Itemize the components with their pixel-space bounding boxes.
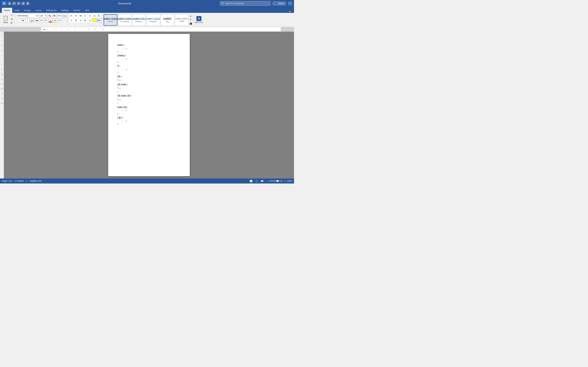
undo-icon[interactable]: ↩▾ — [12, 2, 16, 5]
increase-font-button[interactable]: A▴ — [48, 14, 52, 18]
spelling-check-icon[interactable]: ✓ — [26, 180, 27, 182]
style-normal-preview: AaBbCcDdEe — [103, 18, 118, 20]
format-painter-button[interactable]: 🖌 — [10, 21, 13, 24]
style-heading1[interactable]: AaBbCcDo Heading 1 — [132, 14, 146, 26]
shading-button[interactable] — [92, 18, 96, 22]
tab-insert[interactable]: Insert — [12, 8, 22, 13]
share-button[interactable]: 👤 Share — [273, 2, 286, 5]
style-heading2[interactable]: AaBbCcDdEe Heading 2 — [146, 14, 160, 26]
tab-design[interactable]: Design — [22, 8, 33, 13]
line-9-spaces: ( 9 ) ¶ — [117, 116, 181, 119]
text-highlight-button[interactable]: ab — [53, 18, 57, 23]
style-title[interactable]: AaBbC Title — [161, 14, 174, 26]
clear-formatting-button[interactable]: A✕ — [63, 14, 67, 18]
italic-button[interactable]: I — [26, 18, 30, 23]
bullets-button[interactable]: ≡• — [69, 14, 73, 18]
decrease-indent-button[interactable]: ⇤ — [83, 14, 87, 18]
pilcrow-b3: ¶ — [126, 68, 127, 71]
language-indicator[interactable]: English (US) — [30, 180, 42, 182]
pilcrow-b1: ¶ — [126, 47, 127, 50]
superscript-button[interactable]: X2 — [44, 18, 48, 23]
bold-button[interactable]: B — [21, 18, 25, 23]
borders-button[interactable]: ⊞▾ — [97, 18, 101, 23]
tab-layout[interactable]: Layout — [33, 8, 44, 13]
show-hide-button[interactable]: ¶ — [97, 14, 101, 18]
pilcrow-9h: ¶ — [127, 83, 128, 86]
align-center-button[interactable]: ☰ — [74, 18, 78, 23]
document-content[interactable]: Hello ¶ • → ¶ ¶ (Hello) ¶ — [117, 43, 181, 126]
pilcrow-b2: ¶ — [126, 58, 127, 61]
sort-button[interactable]: ↕A — [92, 14, 96, 18]
pilcrow-h9: ¶ — [127, 106, 128, 109]
copy-button[interactable]: ⧉ — [10, 17, 13, 21]
style-nospacing[interactable]: AaBbCcDdEe No Spacing — [118, 14, 132, 26]
pilcrow-9h9: ¶ — [131, 94, 132, 98]
bullet-5: • → ¶ — [117, 120, 181, 123]
strikethrough-button[interactable]: ab — [35, 18, 39, 23]
styles-group: AaBbCcDdEe Normal AaBbCcDdEe No Spacing … — [103, 14, 194, 26]
line-pilcrow-7: ¶ — [117, 123, 181, 126]
paste-button[interactable]: 📋 Paste — [2, 14, 9, 24]
status-bar-right: ⬜ 🌐 📖 − + 108% — [249, 179, 292, 183]
change-case-button[interactable]: Aa▾ — [57, 14, 62, 18]
share-icon: 👤 — [275, 2, 277, 5]
align-right-button[interactable]: ≡ — [78, 18, 83, 23]
tab-references[interactable]: References — [44, 8, 59, 13]
decrease-font-button[interactable]: A▾ — [52, 14, 57, 18]
justify-button[interactable]: ⊟ — [83, 18, 87, 23]
subscript-button[interactable]: X2 — [39, 18, 43, 23]
font-color-button[interactable]: A — [48, 18, 52, 23]
text-9: 9 — [117, 64, 119, 68]
multilevel-list-button[interactable]: ≡▾ — [78, 14, 83, 18]
read-mode-button[interactable]: 📖 — [260, 179, 264, 183]
underline-button[interactable]: U▾ — [30, 18, 34, 23]
zoom-slider[interactable] — [269, 181, 283, 181]
ribbon-collapse-button[interactable]: ▲ — [288, 9, 292, 13]
text-hello: Hello — [117, 43, 123, 47]
word-count[interactable]: 17 Words — [15, 180, 23, 182]
search-placeholder: Search in Document — [225, 2, 244, 5]
pilcrow-4: ¶ — [117, 91, 119, 94]
styles-scroll-down-button[interactable]: ▼ — [190, 19, 192, 21]
align-left-button[interactable]: ≡ — [69, 18, 73, 23]
zoom-level: 108% — [287, 180, 292, 182]
line-spacing-button[interactable]: ↕≡ — [88, 18, 92, 23]
save-icon[interactable]: 💾 — [8, 2, 11, 5]
zoom-out-button[interactable]: − — [266, 179, 268, 183]
bullet-1: • → ¶ — [117, 47, 181, 50]
increase-indent-button[interactable]: ⇥ — [88, 14, 92, 18]
zoom-in-button[interactable]: + — [284, 179, 286, 183]
tab-mailings[interactable]: Mailings — [59, 8, 71, 13]
web-layout-button[interactable]: 🌐 — [255, 179, 258, 183]
para-row-2: ≡ ☰ ≡ ⊟ ↕≡ ⊞▾ — [69, 18, 101, 23]
line-hello: Hello ¶ — [117, 43, 181, 47]
style-title-label: Title — [166, 21, 169, 23]
document-page[interactable]: Hello ¶ • → ¶ ¶ (Hello) ¶ — [108, 34, 190, 176]
ribbon-toolbar: 📋 Paste ✂ ⧉ 🖌 Calibri (Body) ▾ 20 ▾ A▴ A… — [0, 13, 294, 27]
cut-button[interactable]: ✂ — [10, 14, 13, 17]
styles-scroll-up-button[interactable]: ▲ — [190, 15, 192, 17]
tab-home[interactable]: Home — [2, 8, 12, 13]
styles-more-button[interactable]: ⬛ — [190, 23, 192, 25]
redo-icon[interactable]: ↪ — [17, 2, 20, 5]
account-icon[interactable]: 👤 — [288, 1, 292, 6]
customize-icon[interactable]: ▼ — [26, 2, 29, 5]
numbering-button[interactable]: ≡1 — [74, 14, 78, 18]
page-indicator: Page 1 of 1 — [2, 180, 12, 182]
tab-review[interactable]: Review — [71, 8, 83, 13]
tab-view[interactable]: View — [82, 8, 91, 13]
arrow-5: → — [123, 120, 125, 123]
print-layout-button[interactable]: ⬜ — [249, 179, 253, 183]
print-icon[interactable]: 🖨 — [22, 2, 25, 5]
font-size-selector[interactable]: 20 ▾ — [39, 14, 47, 18]
search-bar[interactable]: 🔍 Search in Document — [220, 1, 271, 6]
styles-pane-button[interactable]: A Styles Pane — [194, 14, 204, 26]
style-normal[interactable]: AaBbCcDdEe Normal — [104, 14, 117, 26]
bullet-dot-4: • — [122, 109, 123, 112]
document-canvas[interactable]: Hello ¶ • → ¶ ¶ (Hello) ¶ — [4, 32, 294, 178]
style-subtitle[interactable]: AaBbCcDdEe Subtitle — [175, 14, 189, 26]
font-name-selector[interactable]: Calibri (Body) ▾ — [16, 14, 39, 18]
line-pilcrow-3: ¶ — [117, 71, 181, 74]
text-effects-button[interactable]: A▾ — [58, 18, 62, 23]
line-9-hello: (9) hello ¶ — [117, 83, 181, 86]
